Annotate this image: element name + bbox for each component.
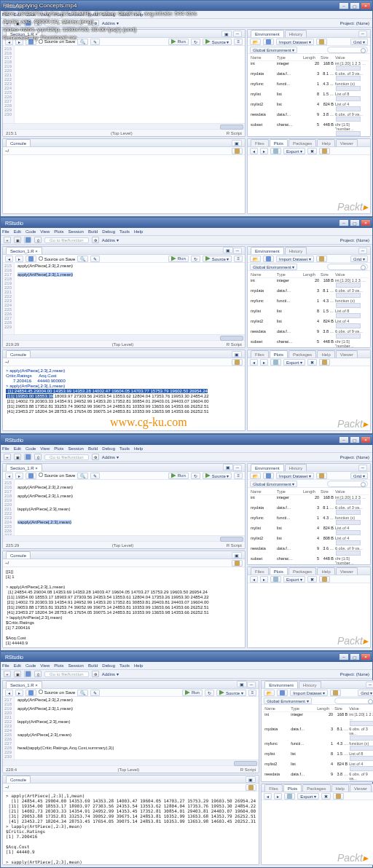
env-row[interactable]: mydatadata.f…38.1 …6 obs. of 3 va… [263,727,373,741]
env-row[interactable]: mylistlist81.5 …List of 8 [249,309,369,319]
plots-tab[interactable]: Plots [270,139,288,146]
env-row[interactable]: mylist2list4824 BList of 4 [249,319,369,329]
maximize-button[interactable]: ▢ [350,219,360,226]
env-scope[interactable]: Global Environment ▾ [250,47,297,53]
overlay-line: Size: 13404711 bytes (12.78 MiB), durati… [3,9,370,17]
env-row[interactable]: mydatadata.f…38.1 …6 obs. of 3 va… [249,288,369,299]
thumbnail-overlay: File: Applying Concepts.mp4 Size: 134047… [0,0,373,43]
code-area[interactable]: apply(ArtPiece[,2:3],2,mean) apply(ArtPi… [15,480,245,535]
code-area[interactable] [15,46,245,123]
export-plot[interactable]: Export ▾ [283,148,305,154]
overlay-line: Audio: aac, 48000 Hz, stereo (eng) [3,17,370,25]
env-row[interactable]: newdatadata.f…93.8 …6 obs. of 9 va… [249,329,369,339]
env-row[interactable]: intinteger20168 Bint [1:20] 1 2 3 … [249,61,369,71]
env-row[interactable]: mylistlist4824 BList of 4 [249,526,369,536]
plot-next-icon[interactable]: ▸ [260,148,268,154]
env-row[interactable]: mylistlist81.5 …List of 8 [263,751,373,762]
console-tab[interactable]: Console [6,139,31,146]
env-row[interactable]: subsetcharac…5448 Bchr [1:5] "number… [249,122,369,136]
close-button[interactable]: × [361,219,371,226]
env-row[interactable]: myfuncfuncti…14.3 …function (x) [249,82,369,92]
file-type: R Script [227,131,242,135]
env-row[interactable]: mylistlist81.5 …List of 8 [249,92,369,102]
h-scrollbar[interactable] [3,123,245,129]
source-button[interactable]: Source ▾ [203,256,232,262]
pane-icon[interactable]: ▣ [232,140,242,146]
code-area[interactable]: apply(ArtPiece[,2:3],2,mean) apply(ArtPi… [15,697,259,760]
cursor-pos: 215:1 [6,131,17,135]
screenshot-2: RStudio–▢× FileEditCodeViewPlotsSessionB… [0,217,373,434]
env-row[interactable]: myfuncfuncti…14.3 …function (x) [249,516,369,526]
env-row[interactable]: mylist2list4824 BList of 4 [263,762,373,772]
env-row[interactable]: intinteger20168 Bint [1:20] 1 2 3 … [263,712,373,727]
line-gutter: 215 216 217 218 219 220 221 222 223 224 … [3,46,15,123]
help-tab[interactable]: Help [317,139,334,146]
console-output[interactable]: > apply(ArtPiece[,2:3],1,mean) [1] 24854… [3,792,259,864]
cgku-watermark: www.cg-ku.com [110,416,187,429]
env-row[interactable]: mylist2list4808 BList of 4 [249,536,369,546]
minimize-button[interactable]: – [339,219,349,226]
env-row[interactable]: myfuncfuncti…14.3 …function (x) [263,741,373,751]
viewer-tab[interactable]: Viewer [336,139,358,146]
code-area[interactable]: apply(ArtPiece[,2:3],2,mean) apply(ArtPi… [15,263,245,334]
clear-plots-icon[interactable] [319,148,330,154]
console-path: ~/ [5,149,9,153]
scope-label[interactable]: (Top Level) [111,131,133,135]
plot-prev-icon[interactable]: ◂ [250,148,258,154]
clear-console-icon[interactable] [232,148,243,154]
env-row[interactable]: mylist2list4824 BList of 4 [249,102,369,112]
env-row[interactable]: newdatadata.f…93.8 …6 obs. of 9 va… [249,112,369,122]
packages-tab[interactable]: Packages [288,139,316,146]
overlay-line: Generated by Thumbnail me [3,33,370,42]
zoom-icon[interactable] [270,148,281,154]
env-row[interactable]: newdatadata.f…93.8 …6 obs. of 9 va… [263,772,373,781]
env-row[interactable]: subsetcharac…5448 Bchr [1:5] "number… [249,556,369,564]
overlay-line: File: Applying Concepts.mp4 [3,1,370,9]
env-row[interactable]: mydatadata.f…38.1 …6 obs. of 3 va… [249,71,369,82]
env-grid[interactable]: NameTypeLengthSizeValue intinteger20168 … [248,54,370,136]
run-button[interactable]: Run [168,256,189,262]
env-row[interactable]: subsetcharac…5448 Bchr [1:5] "number… [249,339,369,347]
env-row[interactable]: newdatadata.f…93.6 …6 obs. of 9 va… [249,546,369,556]
remove-plot-icon[interactable]: ✖ [307,148,317,154]
console-output[interactable] [3,155,245,213]
screenshot-4: RStudio–▢× FileEditCodeViewPlotsSessionB… [0,651,373,868]
selected-code: apply(ArtPiece[,2:3],1,mean) [17,272,73,277]
env-search[interactable] [327,47,368,53]
env-row[interactable]: intinteger20168 Bint [1:20] 1 2 3 … [249,495,369,505]
env-row[interactable]: myfuncfuncti…14.3 …function (x) [249,299,369,309]
console-output[interactable]: [[1]] [1] 1 > apply(ArtPiece[,2:3],1,mea… [3,567,245,647]
env-row[interactable]: intinteger20168 Bint [1:20] 1 2 3 … [249,278,369,288]
overlay-line: Video: h264, yuv420p, 1280x720, 30.00 fp… [3,25,370,33]
screenshot-3: RStudio–▢× FileEditCodeViewPlotsSessionB… [0,434,373,651]
env-row[interactable]: mydatadata.f…38.1 …6 obs. of 3 va… [249,505,369,516]
files-tab[interactable]: Files [251,139,269,146]
packt-watermark: Packt▸ [337,201,368,213]
